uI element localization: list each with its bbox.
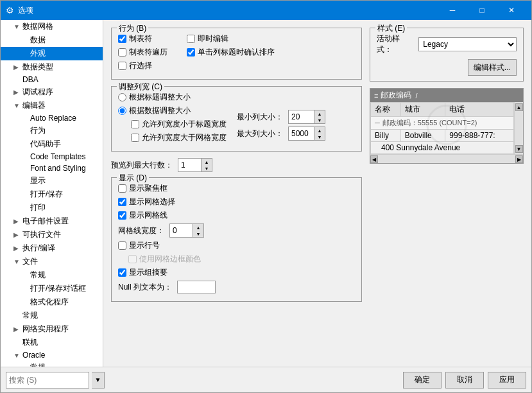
sidebar-item-打开保存对话框[interactable]: 打开/保存对话框 [1, 282, 103, 295]
immediate-edit-checkbox[interactable] [187, 35, 195, 43]
sidebar-item-显示[interactable]: 显示 [1, 174, 103, 188]
show-group-summary-label: 显示组摘要 [129, 267, 167, 278]
focus-rect-checkbox[interactable] [118, 184, 126, 193]
minimize-button[interactable]: ─ [438, 1, 467, 20]
preview-rows-input[interactable] [178, 158, 201, 172]
grid-width-input[interactable] [169, 223, 193, 238]
grid-select-checkbox[interactable] [118, 198, 126, 206]
sidebar-item-文件[interactable]: ▼ 文件 [1, 255, 103, 268]
sidebar-item-联机[interactable]: 联机 [1, 336, 103, 349]
sidebar-item-常规文件[interactable]: 常规 [1, 268, 103, 282]
preview-body: 名称 城市 电话 ─邮政编码：55555 (COUNT=2 [370, 102, 523, 154]
sidebar-item-数据网格[interactable]: ▼ 数据网格 [1, 20, 103, 33]
max-col-down-button[interactable]: ▼ [314, 134, 325, 140]
scrollbar-down-button[interactable]: ▼ [515, 145, 523, 153]
preview-rows-up-button[interactable]: ▲ [202, 159, 212, 165]
row-select-checkbox[interactable] [118, 62, 126, 70]
preview-hscrollbar[interactable]: ◀ ▶ [370, 154, 523, 163]
main-window: ⚙ 选项 ─ □ ✕ ▼ 数据网格 数据 外观 ▶ [0, 0, 532, 393]
sidebar-item-AutoReplace[interactable]: Auto Replace [1, 112, 103, 124]
by-data-label: 根据数据调整大小 [129, 105, 191, 116]
sidebar-item-FontandStyling[interactable]: Font and Styling [1, 162, 103, 174]
active-style-select[interactable]: Legacy Modern Classic [418, 37, 517, 51]
sidebar-item-调试程序[interactable]: ▶ 调试程序 [1, 85, 103, 99]
sidebar-item-常规oracle[interactable]: 常规 [1, 361, 103, 367]
sidebar-item-电子邮件设置[interactable]: ▶ 电子邮件设置 [1, 214, 103, 228]
by-header-radio[interactable] [118, 93, 126, 101]
cancel-button[interactable]: 取消 [445, 372, 484, 389]
col-header-phone: 电话 [445, 103, 514, 117]
row-select-label: 行选择 [129, 60, 152, 71]
close-button[interactable]: ✕ [497, 1, 526, 20]
sidebar-label: 常规 [22, 310, 38, 321]
sidebar-label: 文件 [22, 256, 38, 267]
adjust-left: 根据标题调整大小 根据数据调整大小 允许列宽度小于标题宽度 [118, 92, 227, 146]
use-grid-border-checkbox[interactable] [128, 255, 137, 263]
sidebar-item-打印[interactable]: 打印 [1, 201, 103, 214]
sidebar-label: 网络实用程序 [22, 324, 69, 335]
sidebar-item-常规2[interactable]: 常规 [1, 309, 103, 322]
scrollbar-track [515, 111, 523, 145]
min-col-down-button[interactable]: ▼ [314, 117, 325, 123]
allow-less-checkbox[interactable] [131, 120, 139, 128]
right-col: 样式 (E) 活动样式： Legacy Modern Classic 编辑样式.… [370, 28, 524, 308]
min-col-up-button[interactable]: ▲ [314, 110, 325, 117]
max-col-label: 最大列大小： [237, 128, 283, 139]
grid-width-down-button[interactable]: ▼ [193, 231, 203, 237]
confirm-button[interactable]: 确定 [403, 372, 442, 389]
max-col-spin-buttons: ▲ ▼ [314, 127, 325, 141]
show-group-summary-checkbox[interactable] [118, 268, 126, 277]
null-text-input[interactable] [177, 281, 216, 293]
sidebar-item-行为[interactable]: 行为 [1, 124, 103, 137]
hscrollbar-track [378, 155, 515, 163]
tab-char-checkbox[interactable] [118, 35, 126, 43]
focus-rect-label: 显示聚焦框 [129, 183, 167, 194]
sidebar-item-网络实用程序[interactable]: ▶ 网络实用程序 [1, 322, 103, 336]
sidebar-item-编辑器[interactable]: ▼ 编辑器 [1, 99, 103, 112]
traverse-tabs-checkbox[interactable] [118, 48, 126, 57]
maximize-button[interactable]: □ [467, 1, 497, 20]
sidebar-item-外观[interactable]: 外观 [1, 47, 103, 60]
display-group: 显示 (D) 显示聚焦框 显示网格选择 显示网格线 [111, 177, 362, 302]
sidebar-item-Oracle[interactable]: ▼ Oracle [1, 349, 103, 361]
col-header-city: 城市 [400, 103, 445, 117]
sidebar-label: 常规 [30, 270, 46, 281]
hscrollbar-right-button[interactable]: ▶ [515, 155, 523, 163]
edit-style-button[interactable]: 编辑样式... [468, 59, 517, 76]
by-data-radio[interactable] [118, 107, 126, 115]
allow-greater-label: 允许列宽度大于网格宽度 [142, 132, 227, 143]
apply-button[interactable]: 应用 [488, 372, 526, 389]
expand-icon: ▶ [13, 64, 21, 71]
sidebar-label: 行为 [30, 125, 46, 136]
sidebar-item-代码助手[interactable]: 代码助手 [1, 137, 103, 151]
single-click-sort-label: 单击列标题时确认排序 [198, 47, 275, 58]
grid-lines-row: 显示网格线 [118, 210, 355, 221]
show-row-num-checkbox[interactable] [118, 241, 126, 250]
sidebar-item-打开保存[interactable]: 打开/保存 [1, 188, 103, 201]
max-col-input[interactable] [288, 127, 314, 141]
sidebar-item-数据[interactable]: 数据 [1, 33, 103, 47]
grid-lines-checkbox[interactable] [118, 211, 126, 220]
scrollbar-up-button[interactable]: ▲ [515, 103, 523, 111]
preview-scrollbar[interactable]: ▲ ▼ [514, 102, 523, 154]
sidebar-item-执行编译[interactable]: ▶ 执行/编译 [1, 241, 103, 255]
single-click-sort-checkbox[interactable] [187, 48, 195, 57]
sidebar-item-CodeTemplates[interactable]: Code Templates [1, 151, 103, 162]
search-dropdown-button[interactable]: ▼ [92, 372, 105, 389]
min-col-input[interactable] [288, 110, 314, 124]
adjust-right: 最小列大小： ▲ ▼ [237, 110, 325, 143]
allow-greater-checkbox[interactable] [131, 134, 139, 142]
expand-icon: ▶ [13, 89, 21, 96]
preview-rows-down-button[interactable]: ▼ [202, 165, 212, 171]
sidebar-item-DBA[interactable]: DBA [1, 74, 103, 85]
max-col-up-button[interactable]: ▲ [314, 127, 325, 134]
sidebar-item-格式化程序[interactable]: 格式化程序 [1, 295, 103, 309]
focus-rect-row: 显示聚焦框 [118, 183, 355, 194]
search-input[interactable] [6, 372, 89, 389]
grid-width-up-button[interactable]: ▲ [193, 224, 203, 231]
hscrollbar-left-button[interactable]: ◀ [370, 155, 378, 163]
sidebar-item-可执行文件[interactable]: ▶ 可执行文件 [1, 228, 103, 241]
table-row: 400 Sunnydale Avenue [371, 142, 514, 154]
use-grid-border-row: 使用网格边框颜色 [118, 254, 355, 265]
sidebar-item-数据类型[interactable]: ▶ 数据类型 [1, 60, 103, 74]
